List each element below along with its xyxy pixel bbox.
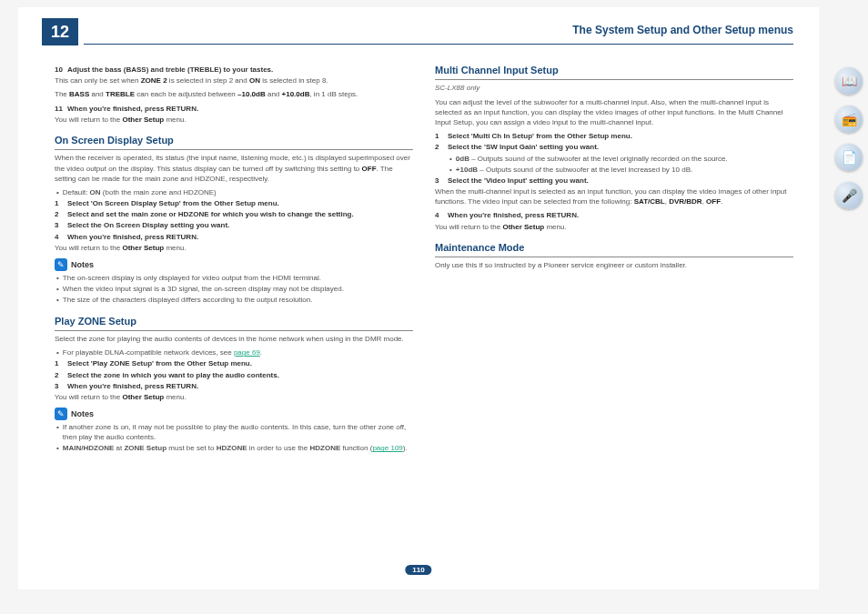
body-text: You will return to the Other Setup menu. — [55, 115, 413, 125]
left-column: 10Adjust the bass (BASS) and treble (TRE… — [55, 64, 413, 455]
notes-title: Notes — [71, 259, 94, 271]
step-num: 2 — [55, 370, 67, 380]
list-item: The size of the characters displayed dif… — [55, 295, 413, 305]
list-item: If another zone is on, it may not be pos… — [55, 422, 413, 442]
section-heading: Play ZONE Setup — [55, 315, 413, 331]
step-num: 1 — [435, 131, 448, 141]
right-column: Multi Channel Input Setup SC-LX88 only Y… — [435, 64, 793, 455]
doc-icon[interactable]: 📄 — [835, 144, 863, 171]
list-item: For playable DLNA-compatible network dev… — [55, 347, 413, 357]
manual-page: 12 The System Setup and Other Setup menu… — [18, 7, 819, 589]
section-heading: Multi Channel Input Setup — [435, 64, 793, 80]
step-num: 4 — [435, 210, 448, 220]
step-text: Select the 'Video Input' setting you wan… — [448, 176, 589, 186]
side-nav: 📖 📻 📄 🎤 — [835, 67, 863, 209]
notes-header: ✎ Notes — [55, 408, 413, 420]
list-item: 0dB – Outputs sound of the subwoofer at … — [448, 154, 793, 164]
section-heading: On Screen Display Setup — [55, 134, 413, 150]
body-text: You will return to the Other Setup menu. — [55, 392, 413, 402]
notes-title: Notes — [71, 408, 94, 420]
body-text: This can only be set when ZONE 2 is sele… — [55, 75, 413, 86]
mic-icon[interactable]: 🎤 — [835, 182, 863, 209]
body-text: When the receiver is operated, its statu… — [55, 153, 413, 184]
header-rule — [84, 44, 793, 45]
step-num: 2 — [435, 142, 448, 152]
step-text: When you're finished, press RETURN. — [448, 210, 579, 220]
step-text: Select 'Play ZONE Setup' from the Other … — [67, 358, 252, 368]
page-link[interactable]: page 69 — [234, 348, 260, 357]
list-item: The on-screen display is only displayed … — [55, 273, 413, 283]
step-num: 3 — [55, 381, 67, 391]
step-text: Select 'On Screen Display Setup' from th… — [67, 198, 279, 208]
step-text: When you're finished, press RETURN. — [67, 381, 198, 391]
pencil-icon: ✎ — [55, 408, 67, 420]
body-text: Only use this if so instructed by a Pion… — [435, 260, 793, 270]
step-text: Select 'Multi Ch In Setup' from the Othe… — [448, 131, 632, 141]
model-note: SC-LX88 only — [435, 83, 793, 93]
page-link[interactable]: page 109 — [372, 444, 402, 452]
body-text: When the multi-channel input is selected… — [435, 186, 793, 206]
section-heading: Maintenance Mode — [435, 241, 793, 257]
body-text: The BASS and TREBLE can each be adjusted… — [55, 89, 413, 99]
step-num: 11 — [55, 104, 67, 114]
chapter-number: 12 — [42, 18, 78, 45]
book-icon[interactable]: 📖 — [835, 67, 863, 95]
list-item: Default: ON (both the main zone and HDZO… — [55, 187, 413, 197]
header-title: The System Setup and Other Setup menus — [572, 18, 793, 36]
step-num: 4 — [55, 232, 67, 242]
page-number: 110 — [405, 565, 431, 575]
body-text: You will return to the Other Setup menu. — [55, 243, 413, 253]
body-text: Select the zone for playing the audio co… — [55, 334, 413, 344]
device-icon[interactable]: 📻 — [835, 106, 863, 133]
step-num: 1 — [55, 198, 67, 208]
step-text: Adjust the bass (BASS) and treble (TREBL… — [67, 65, 273, 75]
list-item: +10dB – Outputs sound of the subwoofer a… — [448, 165, 793, 175]
body-text: You can adjust the level of the subwoofe… — [435, 97, 793, 128]
step-text: Select the On Screen Display setting you… — [67, 220, 229, 230]
step-text: When you're finished, press RETURN. — [67, 104, 198, 114]
step-text: Select the 'SW Input Gain' setting you w… — [448, 142, 599, 152]
step-num: 2 — [55, 209, 67, 219]
step-num: 10 — [55, 65, 67, 75]
step-text: When you're finished, press RETURN. — [67, 232, 198, 242]
step-num: 1 — [55, 358, 67, 368]
step-num: 3 — [435, 176, 448, 186]
step-text: Select the zone in which you want to pla… — [67, 370, 279, 380]
pencil-icon: ✎ — [55, 258, 67, 271]
body-text: You will return to the Other Setup menu. — [435, 222, 793, 232]
list-item: When the video input signal is a 3D sign… — [55, 284, 413, 294]
list-item: MAIN/HDZONE at ZONE Setup must be set to… — [55, 443, 413, 453]
step-text: Select and set the main zone or HDZONE f… — [67, 209, 354, 219]
step-num: 3 — [55, 220, 67, 230]
notes-header: ✎ Notes — [55, 258, 413, 271]
